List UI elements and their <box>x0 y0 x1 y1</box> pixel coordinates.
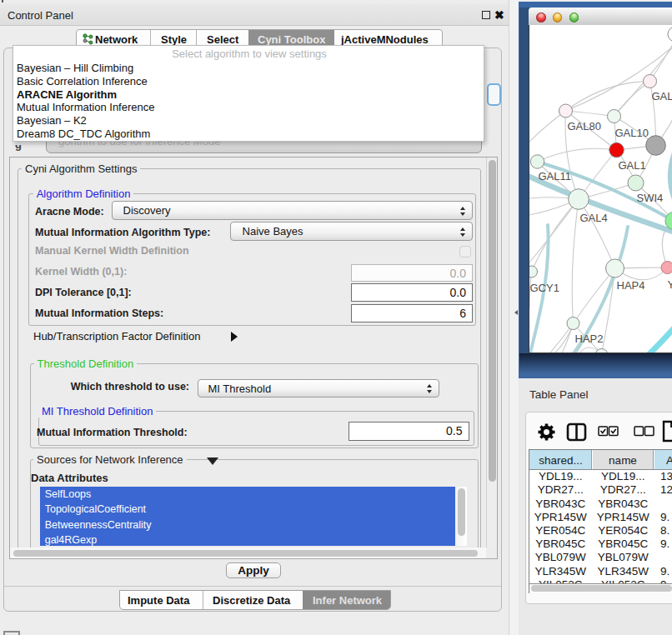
svg-text:GCY1: GCY1 <box>529 282 559 294</box>
svg-text:GAL8: GAL8 <box>651 90 672 102</box>
svg-text:GAL1: GAL1 <box>618 159 645 172</box>
svg-text:GAL80: GAL80 <box>567 120 600 132</box>
svg-text:GAL11: GAL11 <box>538 170 571 182</box>
svg-text:HAP2: HAP2 <box>574 332 603 345</box>
svg-text:SWI4: SWI4 <box>636 192 663 204</box>
svg-text:GAL10: GAL10 <box>614 127 648 139</box>
svg-text:GAL4: GAL4 <box>579 212 607 224</box>
svg-text:Y: Y <box>667 278 672 291</box>
svg-text:HAP4: HAP4 <box>616 279 644 292</box>
